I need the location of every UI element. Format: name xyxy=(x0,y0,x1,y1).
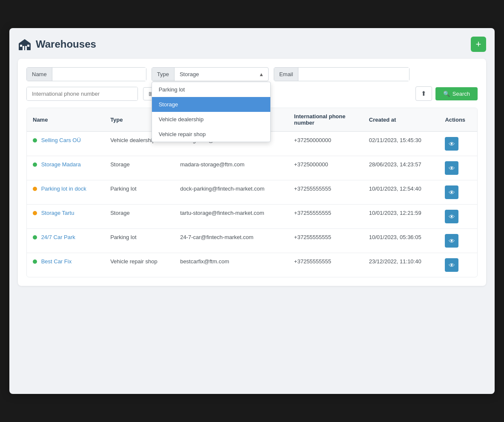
search-icon: 🔍 xyxy=(443,91,450,97)
dropdown-item-vehicle-dealership[interactable]: Vehicle dealership xyxy=(152,112,270,127)
cell-created: 10/01/2023, 12:21:59 xyxy=(363,205,439,229)
eye-icon: 👁 xyxy=(449,237,455,245)
name-link[interactable]: Parking lot in dock xyxy=(41,185,86,192)
cell-email: 24-7-car@fintech-market.com xyxy=(174,229,288,253)
cell-actions: 👁 xyxy=(439,229,477,253)
cell-name: Storage Tartu xyxy=(27,205,104,229)
svg-rect-4 xyxy=(20,45,22,47)
cell-created: 28/06/2023, 14:23:57 xyxy=(363,156,439,180)
phone-input[interactable] xyxy=(27,87,137,100)
cell-email: dock-parking@fintech-market.com xyxy=(174,180,288,205)
status-dot xyxy=(33,211,37,215)
status-dot xyxy=(33,259,37,264)
name-link[interactable]: Selling Cars OÜ xyxy=(41,137,81,143)
col-name: Name xyxy=(27,108,104,131)
table-row: Storage Madara Storage madara-storage@ft… xyxy=(27,156,477,180)
cell-name: Best Car Fix xyxy=(27,253,104,277)
cell-email: tartu-storage@fintech-market.com xyxy=(174,205,288,229)
warehouse-icon xyxy=(18,37,32,51)
cell-type: Storage xyxy=(104,205,174,229)
cell-phone: +3725000000 xyxy=(288,156,363,180)
svg-rect-2 xyxy=(23,46,24,50)
cell-actions: 👁 xyxy=(439,253,477,277)
view-button[interactable]: 👁 xyxy=(445,185,458,199)
view-button[interactable]: 👁 xyxy=(445,258,458,272)
name-link[interactable]: Storage Tartu xyxy=(41,210,74,216)
eye-icon: 👁 xyxy=(449,262,455,269)
phone-filter-group xyxy=(26,87,138,101)
page-title: Warehouses xyxy=(36,38,96,50)
filters-row: Name Type Storage ▲ Parking lot Storage … xyxy=(26,67,478,81)
col-actions: Actions xyxy=(439,108,477,131)
col-phone: International phonenumber xyxy=(288,108,363,131)
cell-created: 23/12/2022, 11:10:40 xyxy=(363,253,439,277)
type-select[interactable]: Storage ▲ xyxy=(175,68,268,81)
search-button[interactable]: 🔍 Search xyxy=(435,87,478,100)
page-header: Warehouses + xyxy=(18,37,486,52)
type-dropdown: Parking lot Storage Vehicle dealership V… xyxy=(152,82,271,142)
cell-email: bestcarfix@ftm.com xyxy=(174,253,288,277)
header-left: Warehouses xyxy=(18,37,96,51)
dropdown-item-vehicle-repair-shop[interactable]: Vehicle repair shop xyxy=(152,127,270,142)
type-selected-value: Storage xyxy=(180,71,199,77)
type-label: Type xyxy=(152,68,175,81)
cell-name: 24/7 Car Park xyxy=(27,229,104,253)
status-dot xyxy=(33,235,37,240)
cell-type: Vehicle repair shop xyxy=(104,253,174,277)
view-button[interactable]: 👁 xyxy=(445,234,458,248)
view-button[interactable]: 👁 xyxy=(445,161,458,175)
cell-name: Selling Cars OÜ xyxy=(27,131,104,156)
cell-phone: +37255555555 xyxy=(288,180,363,205)
cell-actions: 👁 xyxy=(439,131,477,156)
email-label: Email xyxy=(274,68,299,81)
name-input[interactable] xyxy=(52,68,146,81)
cell-name: Parking lot in dock xyxy=(27,180,104,205)
cell-created: 02/11/2023, 15:45:30 xyxy=(363,131,439,156)
svg-rect-3 xyxy=(25,46,27,50)
dropdown-item-storage[interactable]: Storage xyxy=(152,97,270,112)
cell-type: Parking lot xyxy=(104,229,174,253)
table-row: Best Car Fix Vehicle repair shop bestcar… xyxy=(27,253,477,277)
cell-type: Storage xyxy=(104,156,174,180)
status-dot xyxy=(33,187,37,191)
name-link[interactable]: Storage Madara xyxy=(41,161,81,168)
eye-icon: 👁 xyxy=(449,213,455,220)
view-button[interactable]: 👁 xyxy=(445,210,458,223)
eye-icon: 👁 xyxy=(449,140,455,148)
cell-phone: +37255555555 xyxy=(288,229,363,253)
main-card: Name Type Storage ▲ Parking lot Storage … xyxy=(18,59,486,286)
status-dot xyxy=(33,138,37,143)
search-label: Search xyxy=(452,91,470,97)
cell-created: 10/01/2023, 05:36:05 xyxy=(363,229,439,253)
table-row: Parking lot in dock Parking lot dock-par… xyxy=(27,180,477,205)
cell-phone: +37250000000 xyxy=(288,131,363,156)
cell-phone: +37255555555 xyxy=(288,205,363,229)
col-created: Created at xyxy=(363,108,439,131)
app-container: Warehouses + Name Type Storage ▲ Parking… xyxy=(9,28,495,394)
dropdown-item-parking-lot[interactable]: Parking lot xyxy=(152,82,270,97)
cell-name: Storage Madara xyxy=(27,156,104,180)
cell-email: madara-storage@ftm.com xyxy=(174,156,288,180)
table-row: Storage Tartu Storage tartu-storage@fint… xyxy=(27,205,477,229)
name-link[interactable]: 24/7 Car Park xyxy=(41,234,75,240)
cell-created: 10/01/2023, 12:54:40 xyxy=(363,180,439,205)
eye-icon: 👁 xyxy=(449,165,455,172)
name-filter-group: Name xyxy=(26,67,146,81)
add-warehouse-button[interactable]: + xyxy=(471,37,486,52)
cell-actions: 👁 xyxy=(439,156,477,180)
table-row: 24/7 Car Park Parking lot 24-7-car@finte… xyxy=(27,229,477,253)
email-input[interactable] xyxy=(298,68,409,81)
upload-icon: ⬆ xyxy=(421,90,427,97)
svg-rect-5 xyxy=(27,45,29,47)
svg-marker-1 xyxy=(19,39,31,43)
view-button[interactable]: 👁 xyxy=(445,137,458,151)
cell-actions: 👁 xyxy=(439,205,477,229)
type-filter-group: Type Storage ▲ Parking lot Storage Vehic… xyxy=(152,67,269,81)
cell-phone: +37255555555 xyxy=(288,253,363,277)
chevron-up-icon: ▲ xyxy=(259,71,264,77)
upload-button[interactable]: ⬆ xyxy=(415,86,432,101)
eye-icon: 👁 xyxy=(449,189,455,196)
name-link[interactable]: Best Car Fix xyxy=(41,258,72,265)
status-dot xyxy=(33,163,37,167)
cell-type: Parking lot xyxy=(104,180,174,205)
